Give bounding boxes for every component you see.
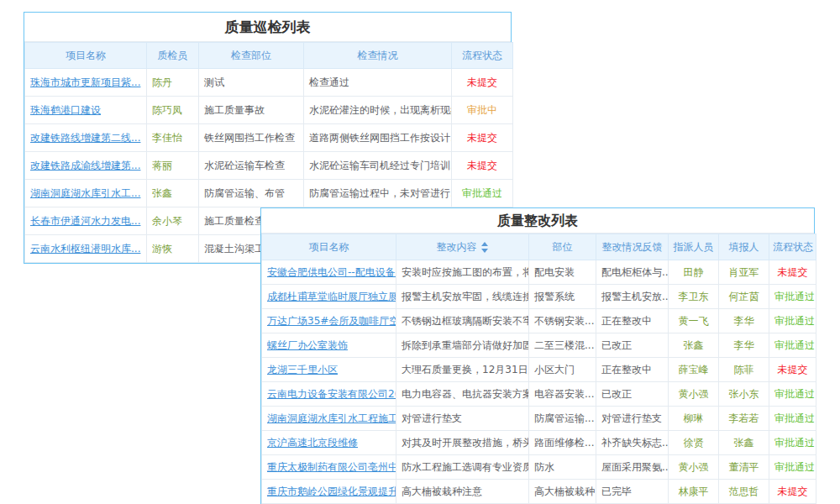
assignee-name: 林康平: [669, 480, 719, 504]
project-name-link[interactable]: 云南水利枢纽潜明水库...: [25, 235, 147, 263]
status-badge: 审批通过: [769, 455, 816, 480]
rectify-feedback: 补齐缺失标志...: [596, 431, 669, 455]
project-name-link[interactable]: 云南电力设备安装有限公司20...: [262, 382, 396, 407]
rectify-content: 防水工程施工选调有专业资质...: [396, 455, 529, 480]
reporter-name: 李华: [719, 333, 769, 358]
status-badge: 审批通过: [769, 407, 816, 431]
col-header-flow-status: 流程状态: [769, 234, 816, 260]
rectification-table-card: 质量整改列表 项目名称 整改内容 部位 整改情况反馈 指派人员 填报人 流程状态…: [260, 207, 815, 504]
project-name-link[interactable]: 重庆市鹅岭公园绿化景观提升...: [262, 480, 396, 504]
assignee-name: 黄小强: [669, 382, 719, 407]
rectify-feedback: 已完毕: [596, 480, 669, 504]
rectify-part: 配电安装: [529, 260, 596, 285]
status-badge: 审批通过: [769, 382, 816, 407]
project-name-link[interactable]: 湖南洞庭湖水库引水工...: [25, 180, 147, 207]
project-name-link[interactable]: 成都杜甫草堂临时展厅独立展...: [262, 285, 396, 309]
inspection-part: 防腐管运输、布管: [199, 180, 304, 207]
project-name-link[interactable]: 安徽合肥供电公司--配电设备...: [262, 260, 396, 285]
reporter-name: 李若若: [719, 407, 769, 431]
col-header-rectify-feedback: 整改情况反馈: [596, 234, 669, 260]
reporter-name: 张鑫: [719, 431, 769, 455]
project-name-link[interactable]: 湖南洞庭湖水库引水工程施工1标: [262, 407, 396, 431]
table-row: 安徽合肥供电公司--配电设备...安装时应按施工图的布置，将...配电安装配电柜…: [262, 260, 816, 285]
status-badge: 未提交: [769, 260, 816, 285]
rectify-part: 路面维修检...: [529, 431, 596, 455]
col-header-flow-status: 流程状态: [452, 43, 513, 69]
inspection-situation: 水泥砼灌注的时候，出现离析现象: [304, 97, 452, 124]
table-row: 湖南洞庭湖水库引水工...张鑫防腐管运输、布管防腐管运输过程中，未对管进行...…: [25, 180, 513, 207]
inspector-name: 余小琴: [147, 207, 199, 235]
inspection-situation: 防腐管运输过程中，未对管进行...: [304, 180, 452, 207]
table-row: 重庆市鹅岭公园绿化景观提升...高大楠被栽种注意高大楠被栽种已完毕林康平范思哲未…: [262, 480, 816, 504]
rectify-feedback: 已改正: [596, 382, 669, 407]
col-header-reporter: 填报人: [719, 234, 769, 260]
project-name-link[interactable]: 长春市伊通河水力发电...: [25, 207, 147, 235]
rectification-header-row: 项目名称 整改内容 部位 整改情况反馈 指派人员 填报人 流程状态: [262, 234, 816, 260]
table-row: 重庆太极制药有限公司亳州中...防水工程施工选调有专业资质...防水屋面采用聚氨…: [262, 455, 816, 480]
inspection-part: 施工质量事故: [199, 97, 304, 124]
rectify-content: 对管进行垫支: [396, 407, 529, 431]
table-row: 云南电力设备安装有限公司20...电力电容器、电抗器安装方案...电容器安装..…: [262, 382, 816, 407]
rectify-content: 安装时应按施工图的布置，将...: [396, 260, 529, 285]
project-name-link[interactable]: 珠海鹤港口建设: [25, 97, 147, 124]
inspector-name: 陈巧凤: [147, 97, 199, 124]
table-row: 珠海鹤港口建设陈巧凤施工质量事故水泥砼灌注的时候，出现离析现象审批中: [25, 97, 513, 124]
reporter-name: 范思哲: [719, 480, 769, 504]
inspector-name: 陈丹: [147, 69, 199, 97]
project-name-link[interactable]: 改建铁路线增建第二线...: [25, 124, 147, 152]
status-badge: 未提交: [452, 152, 513, 180]
project-name-link[interactable]: 螺丝厂办公室装饰: [262, 333, 396, 358]
caret-down-icon: [481, 249, 488, 253]
table-row: 龙湖三千里小区大理石质量更换，12月31日之...小区大门正在整改中薛宝峰陈菲未…: [262, 358, 816, 382]
status-badge: 审批通过: [769, 431, 816, 455]
project-name-link[interactable]: 龙湖三千里小区: [262, 358, 396, 382]
rectify-part: 防水: [529, 455, 596, 480]
rectification-table: 项目名称 整改内容 部位 整改情况反馈 指派人员 填报人 流程状态 安徽合肥供电…: [261, 234, 816, 504]
status-badge: 审批通过: [769, 309, 816, 333]
inspection-header-row: 项目名称 质检员 检查部位 检查情况 流程状态: [25, 43, 513, 69]
table-row: 螺丝厂办公室装饰拆除到承重墙部分请做好加固...二至三楼混...已改正张鑫李华审…: [262, 333, 816, 358]
sort-icon[interactable]: [480, 241, 489, 254]
rectify-feedback: 对管进行垫支: [596, 407, 669, 431]
reporter-name: 董清平: [719, 455, 769, 480]
assignee-name: 黄一飞: [669, 309, 719, 333]
inspection-table-title: 质量巡检列表: [24, 13, 511, 42]
inspection-situation: 水泥砼运输车司机经过专门培训...: [304, 152, 452, 180]
status-badge: 审批通过: [452, 180, 513, 207]
col-header-project-name: 项目名称: [25, 43, 147, 69]
assignee-name: 田静: [669, 260, 719, 285]
reporter-name: 张小东: [719, 382, 769, 407]
status-badge: 未提交: [769, 480, 816, 504]
project-name-link[interactable]: 改建铁路成渝线增建第...: [25, 152, 147, 180]
status-badge: 审批中: [452, 97, 513, 124]
project-name-link[interactable]: 万达广场35#会所及咖啡厅空...: [262, 309, 396, 333]
rectify-content: 大理石质量更换，12月31日之...: [396, 358, 529, 382]
status-badge: 未提交: [452, 69, 513, 97]
inspection-part: 水泥砼运输车检查: [199, 152, 304, 180]
assignee-name: 徐贤: [669, 431, 719, 455]
inspection-situation: 道路两侧铁丝网围挡工作按设计...: [304, 124, 452, 152]
rectify-part: 报警系统: [529, 285, 596, 309]
col-header-rectify-content: 整改内容: [396, 234, 529, 260]
col-header-project-name: 项目名称: [262, 234, 396, 260]
rectify-feedback: 报警主机安放...: [596, 285, 669, 309]
reporter-name: 肖亚军: [719, 260, 769, 285]
rectify-content: 拆除到承重墙部分请做好加固...: [396, 333, 529, 358]
table-row: 成都杜甫草堂临时展厅独立展...报警主机安放牢固，线缆连接...报警系统报警主机…: [262, 285, 816, 309]
rectify-content: 不锈钢边框玻璃隔断安装不牢...: [396, 309, 529, 333]
table-row: 万达广场35#会所及咖啡厅空...不锈钢边框玻璃隔断安装不牢...不锈钢安装..…: [262, 309, 816, 333]
inspector-name: 李佳怡: [147, 124, 199, 152]
rectify-feedback: 已改正: [596, 333, 669, 358]
inspector-name: 蒋丽: [147, 152, 199, 180]
col-header-inspector: 质检员: [147, 43, 199, 69]
rectify-feedback: 正在整改中: [596, 358, 669, 382]
project-name-link[interactable]: 珠海市城市更新项目紫...: [25, 69, 147, 97]
inspection-part: 测试: [199, 69, 304, 97]
assignee-name: 李卫东: [669, 285, 719, 309]
project-name-link[interactable]: 重庆太极制药有限公司亳州中...: [262, 455, 396, 480]
project-name-link[interactable]: 京沪高速北京段维修: [262, 431, 396, 455]
status-badge: 未提交: [769, 358, 816, 382]
reporter-name: 何芷茵: [719, 285, 769, 309]
caret-up-icon: [481, 242, 488, 246]
status-badge: 未提交: [452, 124, 513, 152]
